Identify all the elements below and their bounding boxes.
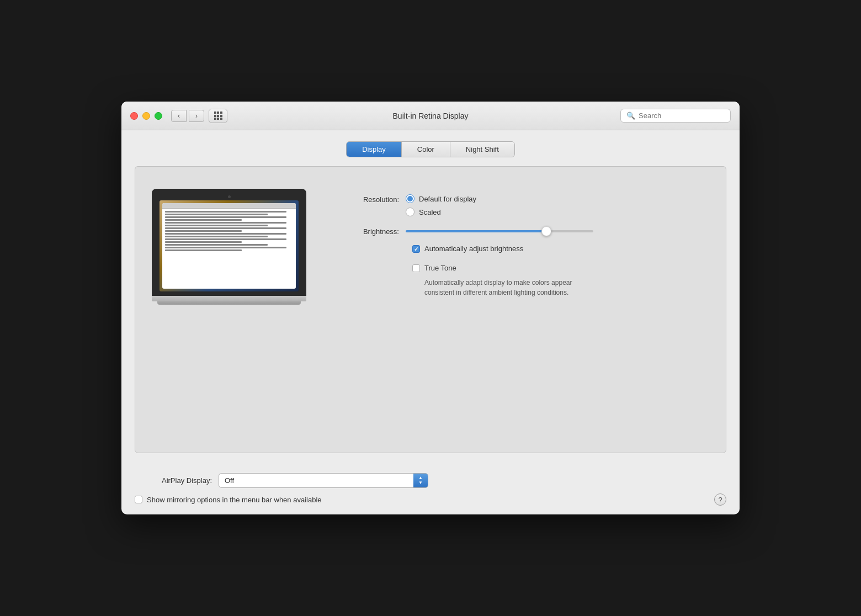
mirroring-checkbox[interactable] [135, 496, 142, 503]
minimize-button[interactable] [142, 112, 150, 120]
airplay-label: AirPlay Display: [135, 476, 212, 485]
settings-area: Resolution: Default for display Scaled [339, 183, 709, 298]
brightness-controls [406, 230, 593, 232]
brightness-row: Brightness: [339, 226, 709, 236]
forward-button[interactable]: › [189, 110, 204, 122]
tab-night-shift[interactable]: Night Shift [450, 142, 514, 157]
mirroring-label: Show mirroring options in the menu bar w… [147, 496, 322, 504]
laptop-preview [152, 189, 306, 305]
resolution-default-radio[interactable] [406, 194, 414, 203]
true-tone-description: Automatically adapt display to make colo… [424, 278, 601, 298]
arrow-down-icon: ▼ [418, 481, 423, 485]
laptop-camera [228, 195, 231, 198]
tab-bar: Display Color Night Shift [135, 141, 726, 157]
back-button[interactable]: ‹ [171, 110, 187, 122]
resolution-label: Resolution: [339, 194, 406, 204]
brightness-label: Brightness: [339, 226, 406, 236]
search-icon: 🔍 [626, 111, 635, 120]
laptop-bottom [157, 301, 301, 305]
grid-icon [214, 111, 222, 120]
laptop-body [152, 189, 306, 296]
help-button[interactable]: ? [714, 493, 726, 506]
arrow-up-icon: ▲ [418, 476, 423, 480]
titlebar: ‹ › Built-in Retina Display 🔍 [121, 102, 740, 130]
search-box[interactable]: 🔍 [620, 109, 731, 123]
resolution-controls: Default for display Scaled [406, 194, 476, 216]
close-button[interactable] [130, 112, 138, 120]
main-window: ‹ › Built-in Retina Display 🔍 Display Co… [121, 102, 740, 514]
mirroring-row: Show mirroring options in the menu bar w… [135, 493, 726, 506]
true-tone-row: True Tone [412, 264, 709, 272]
resolution-row: Resolution: Default for display Scaled [339, 194, 709, 216]
resolution-default-option[interactable]: Default for display [406, 194, 476, 203]
tab-display[interactable]: Display [347, 142, 402, 157]
resolution-scaled-radio[interactable] [406, 208, 414, 216]
nav-buttons: ‹ › [171, 110, 204, 122]
resolution-default-label: Default for display [419, 195, 476, 203]
airplay-value: Off [219, 474, 413, 487]
search-input[interactable] [639, 111, 725, 120]
checkmark-icon: ✓ [414, 246, 418, 252]
brightness-slider[interactable] [406, 230, 593, 232]
select-arrows-icon[interactable]: ▲ ▼ [413, 474, 428, 487]
auto-brightness-label: Automatically adjust brightness [424, 245, 523, 253]
grid-button[interactable] [209, 109, 227, 123]
airplay-row: AirPlay Display: Off ▲ ▼ [135, 473, 726, 488]
auto-brightness-row: ✓ Automatically adjust brightness [412, 245, 523, 253]
radio-inner-dot [407, 196, 413, 201]
airplay-select[interactable]: Off ▲ ▼ [219, 473, 428, 488]
laptop-screen [160, 200, 299, 291]
auto-brightness-checkbox[interactable]: ✓ [412, 245, 420, 253]
resolution-scaled-option[interactable]: Scaled [406, 208, 476, 216]
maximize-button[interactable] [155, 112, 162, 120]
main-content: Display Color Night Shift [121, 130, 740, 466]
resolution-scaled-label: Scaled [419, 208, 441, 216]
brightness-thumb[interactable] [541, 226, 551, 236]
true-tone-checkbox[interactable] [412, 264, 420, 272]
window-title: Built-in Retina Display [393, 111, 469, 120]
true-tone-label: True Tone [424, 264, 456, 272]
laptop-base [152, 296, 306, 301]
bottom-bar: AirPlay Display: Off ▲ ▼ Show mirroring … [121, 466, 740, 514]
traffic-lights [130, 112, 162, 120]
tab-group: Display Color Night Shift [346, 141, 515, 157]
tab-color[interactable]: Color [402, 142, 450, 157]
display-panel: Resolution: Default for display Scaled [135, 166, 726, 453]
true-tone-section: True Tone Automatically adapt display to… [412, 264, 709, 298]
